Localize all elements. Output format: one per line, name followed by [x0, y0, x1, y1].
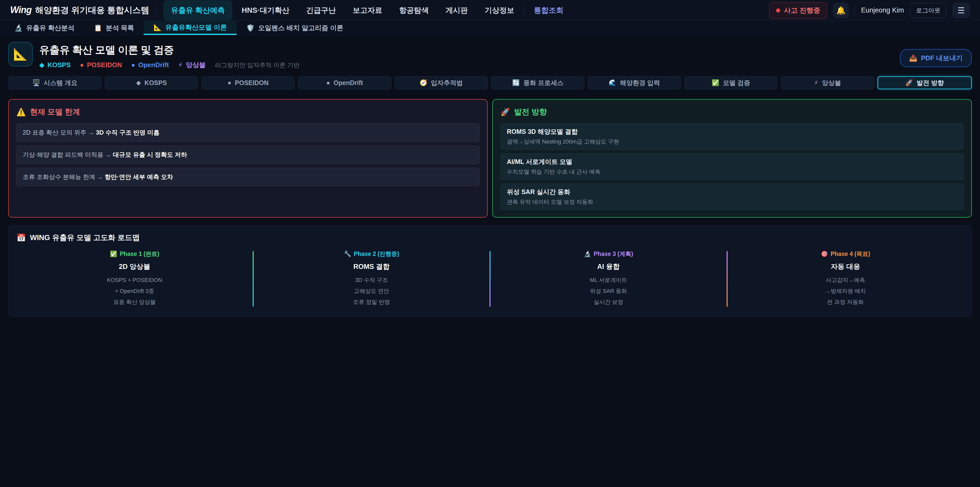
- incident-status-badge[interactable]: 사고 진행중: [769, 2, 827, 19]
- nav-item-weather-info[interactable]: 기상정보: [477, 1, 522, 20]
- logo-text: 해양환경 위기대응 통합시스템: [35, 5, 149, 16]
- roadmap-panel: 📅 WING 유출유 모델 고도화 로드맵 ✅ Phase 1 (완료) 2D …: [8, 225, 972, 317]
- tab-label: KOSPS: [145, 79, 167, 86]
- tab-label: 시스템 개요: [44, 79, 77, 87]
- model-badge-row: ◆ KOSPS ● POSEIDON ● OpenDrift ⚡ 앙상블 라그랑…: [39, 61, 300, 69]
- tab-label: 발전 방향: [916, 79, 944, 87]
- rocket-icon: 🚀: [501, 107, 510, 117]
- subtab-spill-analysis[interactable]: 🔬 유출유 확산분석: [5, 21, 84, 35]
- tab-weathering-process[interactable]: 🔄 풍화 프로세스: [491, 76, 584, 89]
- warning-icon: ⚠️: [16, 107, 26, 117]
- badge-kosps: ◆ KOSPS: [39, 61, 71, 69]
- logo-mark: Wing: [10, 5, 32, 15]
- tab-opendrift[interactable]: ● OpenDrift: [298, 76, 391, 89]
- microscope-icon: 🔬: [584, 251, 591, 257]
- limitations-title-row: ⚠️ 현재 모델 한계: [16, 107, 479, 117]
- phase-line: KOSPS + POSEIDON: [17, 275, 253, 286]
- page-header: 📐 유출유 확산 모델 이론 및 검증 ◆ KOSPS ● POSEIDON ●…: [0, 35, 980, 69]
- nav-item-oil-spill-forecast[interactable]: 유출유 확산예측: [164, 1, 232, 20]
- roadmap-phase-2: 🔧 Phase 2 (진행중) ROMS 결합 3D 수직 구조 고해상도 연안…: [254, 250, 490, 308]
- page-title: 유출유 확산 모델 이론 및 검증: [39, 43, 300, 57]
- tab-ocean-env-input[interactable]: 🌊 해양환경 입력: [587, 76, 681, 89]
- subtab-label: 오일펜스 배치 알고리즘 이론: [258, 24, 344, 32]
- nav-item-board[interactable]: 게시판: [438, 1, 475, 20]
- phase-badge-label: Phase 1 (완료): [120, 250, 159, 258]
- tab-particle-tracking[interactable]: 🧭 입자추적법: [395, 76, 488, 89]
- red-circle-icon: ●: [228, 79, 231, 86]
- phase-line: + OpenDrift 3종: [17, 286, 253, 297]
- lightning-icon: ⚡: [178, 61, 183, 69]
- nav-item-hns-atmospheric[interactable]: HNS·대기확산: [234, 1, 297, 20]
- nav-item-integrated-search[interactable]: 통합조회: [527, 1, 571, 20]
- subtab-boom-algorithm-theory[interactable]: 🛡️ 오일펜스 배치 알고리즘 이론: [237, 21, 353, 35]
- microscope-icon: 🔬: [14, 24, 22, 32]
- future-item-desc: 관측 유막 데이터 모델 보정 자동화: [507, 198, 957, 206]
- tab-label: 모델 검증: [723, 79, 750, 87]
- calendar-icon: 📅: [17, 233, 26, 242]
- hamburger-menu-button[interactable]: ☰: [953, 3, 970, 18]
- badge-label: POSEIDON: [87, 61, 122, 69]
- roadmap-columns: ✅ Phase 1 (완료) 2D 앙상블 KOSPS + POSEIDON +…: [17, 250, 963, 308]
- red-circle-icon: ●: [80, 61, 84, 69]
- monitor-icon: 🖥️: [32, 79, 40, 86]
- blue-circle-icon: ●: [131, 61, 135, 69]
- phase-line: 사고감지→예측: [728, 275, 964, 286]
- future-title-row: 🚀 발전 방향: [501, 107, 964, 117]
- phase-title: AI 융합: [490, 262, 727, 271]
- limitation-item: 조류 조화상수 분해능 한계 → 항만·연안 세부 예측 오차: [16, 168, 479, 186]
- incident-label: 사고 진행중: [784, 6, 820, 15]
- subtab-label: 분석 목록: [106, 24, 134, 32]
- badge-ensemble: ⚡ 앙상블: [178, 61, 206, 69]
- subtab-spill-model-theory[interactable]: 📐 유출유확산모델 이론: [144, 21, 237, 35]
- future-item: AI/ML 서로게이트 모델 수치모델 학습 기반 수초 내 근사 예측: [501, 153, 964, 180]
- limitation-text: 기상·해양 결합 피드백 미적용 →: [23, 151, 113, 158]
- future-item: 위성 SAR 실시간 동화 관측 유막 데이터 모델 보정 자동화: [501, 184, 964, 210]
- tab-kosps[interactable]: ◆ KOSPS: [105, 76, 198, 89]
- target-icon: 🎯: [821, 251, 828, 257]
- incident-dot-icon: [776, 8, 780, 13]
- tab-label: 입자추적법: [431, 79, 463, 87]
- section-tab-bar: 🖥️ 시스템 개요 ◆ KOSPS ● POSEIDON ● OpenDrift…: [8, 76, 972, 89]
- pdf-export-button[interactable]: 📤 PDF 내보내기: [900, 49, 972, 67]
- phase-line: 고해상도 연안: [254, 286, 490, 297]
- tab-label: POSEIDON: [235, 79, 269, 86]
- phase-title: 자동 대응: [728, 262, 964, 271]
- tab-ensemble[interactable]: ⚡ 앙상블: [781, 76, 874, 89]
- phase-badge: ✅ Phase 1 (완료): [17, 250, 253, 258]
- nav-item-reports[interactable]: 보고자료: [345, 1, 390, 20]
- badge-opendrift: ● OpenDrift: [131, 61, 169, 69]
- logout-button[interactable]: 로그아웃: [910, 3, 946, 18]
- wrench-icon: 🔧: [344, 251, 352, 257]
- limitations-list: 2D 표층 확산 모의 위주 → 3D 수직 구조 반영 미흡 기상·해양 결합…: [16, 123, 479, 186]
- limitation-strong-text: 항만·연안 세부 예측 오차: [105, 173, 173, 180]
- phase-line: 표층 확산 앙상블: [17, 297, 253, 308]
- tab-system-overview[interactable]: 🖥️ 시스템 개요: [8, 76, 102, 89]
- nav-item-emergency-rescue[interactable]: 긴급구난: [299, 1, 343, 20]
- tab-development-direction[interactable]: 🚀 발전 방향: [877, 76, 972, 89]
- future-list: ROMS 3D 해양모델 결합 광역→상세역 Nesting 200m급 고해상…: [501, 123, 964, 210]
- roadmap-title: WING 유출유 모델 고도화 로드맵: [30, 233, 140, 243]
- compass-icon: 🧭: [420, 79, 427, 86]
- page-subtitle: 라그랑지안 입자추적 이론 기반: [215, 61, 300, 69]
- tab-model-validation[interactable]: ✅ 모델 검증: [684, 76, 778, 89]
- roadmap-title-row: 📅 WING 유출유 모델 고도화 로드맵: [17, 233, 963, 243]
- limitation-strong-text: 대규모 유출 시 정확도 저하: [113, 151, 187, 158]
- badge-label: 앙상블: [186, 61, 206, 69]
- title-block: 유출유 확산 모델 이론 및 검증 ◆ KOSPS ● POSEIDON ● O…: [39, 42, 300, 69]
- roadmap-phase-3: 🔬 Phase 3 (계획) AI 융합 ML 서로게이트 위성 SAR 동화 …: [490, 250, 727, 308]
- nav-item-aerial-search[interactable]: 항공탐색: [392, 1, 436, 20]
- phase-line: ML 서로게이트: [490, 275, 727, 286]
- future-title: 발전 방향: [514, 107, 547, 117]
- limitations-title: 현재 모델 한계: [30, 107, 80, 117]
- notification-bell-button[interactable]: 🔔: [833, 3, 849, 18]
- subtab-analysis-list[interactable]: 📋 분석 목록: [84, 21, 144, 35]
- tab-label: 앙상블: [822, 79, 841, 87]
- hamburger-icon: ☰: [958, 6, 965, 15]
- tab-poseidon[interactable]: ● POSEIDON: [201, 76, 295, 89]
- check-icon: ✅: [712, 79, 719, 86]
- main-content: ⚠️ 현재 모델 한계 2D 표층 확산 모의 위주 → 3D 수직 구조 반영…: [8, 99, 972, 217]
- phase-line: 실시간 보정: [490, 297, 727, 308]
- future-item-desc: 광역→상세역 Nesting 200m급 고해상도 구현: [507, 138, 957, 145]
- diamond-icon: ◆: [39, 61, 45, 69]
- shield-icon: 🛡️: [246, 24, 255, 32]
